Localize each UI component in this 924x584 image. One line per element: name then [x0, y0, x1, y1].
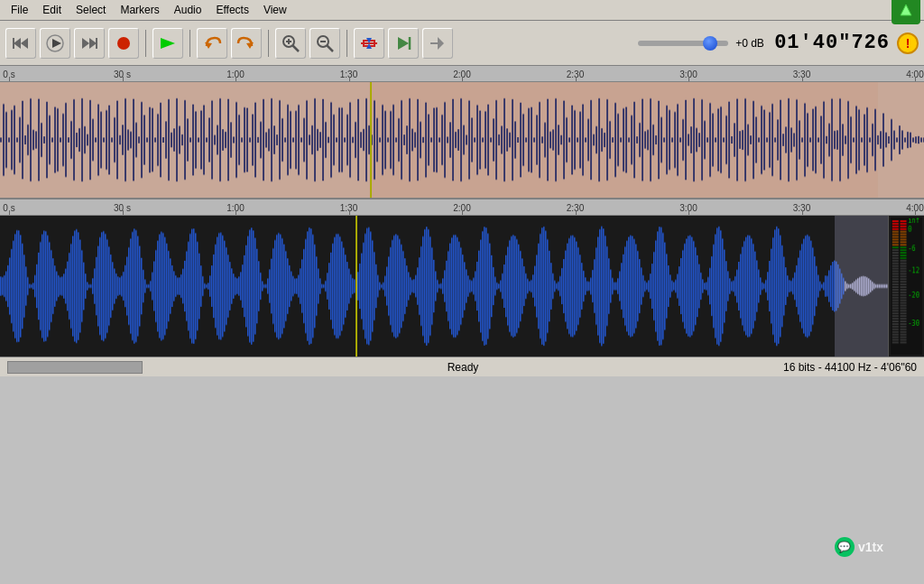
menu-select[interactable]: Select — [69, 2, 113, 18]
upper-waveform[interactable] — [0, 82, 924, 199]
upper-wave-display — [0, 82, 924, 198]
menu-view[interactable]: View — [256, 2, 294, 18]
wechat-icon: 💬 — [835, 537, 855, 557]
svg-point-9 — [117, 37, 130, 50]
progress-bar — [7, 361, 143, 374]
time-area: +0 dB 01'40"726 ! — [638, 32, 919, 54]
volume-knob[interactable] — [703, 36, 717, 51]
zoom-out-button[interactable] — [310, 28, 340, 59]
status-info: 16 bits - 44100 Hz - 4'06"60 — [783, 361, 917, 374]
logo-button[interactable] — [892, 0, 920, 24]
menu-bar: File Edit Select Markers Audio Effects V… — [0, 0, 924, 21]
alert-button[interactable]: ! — [897, 32, 919, 54]
rewind-button[interactable] — [5, 28, 36, 59]
svg-marker-7 — [89, 38, 97, 49]
volume-slider[interactable] — [638, 41, 728, 46]
volume-track[interactable] — [638, 41, 728, 46]
menu-edit[interactable]: Edit — [35, 2, 69, 18]
record-button[interactable] — [108, 28, 139, 59]
lower-wave-display — [0, 216, 888, 357]
svg-marker-6 — [82, 38, 89, 49]
trim-button[interactable] — [354, 28, 384, 59]
watermark: 💬 v1tx — [835, 537, 883, 557]
db-label: +0 dB — [735, 37, 767, 50]
go-forward-button[interactable] — [152, 28, 183, 59]
upper-ruler: 0 s30 s1:001:302:002:303:003:304:00 — [0, 66, 924, 82]
svg-rect-8 — [96, 38, 97, 49]
svg-line-14 — [293, 45, 300, 51]
svg-line-18 — [328, 45, 334, 51]
toolbar: +0 dB 01'40"726 ! — [0, 21, 924, 66]
menu-audio[interactable]: Audio — [167, 2, 209, 18]
menu-markers[interactable]: Markers — [113, 2, 166, 18]
lower-section — [0, 216, 924, 357]
svg-rect-3 — [13, 38, 14, 49]
svg-marker-2 — [21, 38, 28, 49]
snap-button[interactable] — [388, 28, 419, 59]
time-display: 01'40"726 — [774, 32, 890, 54]
fast-forward-button[interactable] — [74, 28, 105, 59]
watermark-text: v1tx — [858, 540, 883, 554]
toolbar-separator-2 — [189, 30, 190, 57]
menu-effects[interactable]: Effects — [208, 2, 255, 18]
toolbar-separator-3 — [268, 30, 269, 57]
toolbar-separator-4 — [346, 30, 347, 57]
status-bar: Ready 16 bits - 44100 Hz - 4'06"60 — [0, 357, 924, 376]
svg-marker-24 — [398, 37, 409, 50]
status-ready: Ready — [150, 361, 776, 374]
svg-marker-10 — [161, 38, 175, 49]
redo-button[interactable] — [231, 28, 262, 59]
lower-ruler: 0 s30 s1:001:302:002:303:003:304:00 — [0, 199, 924, 216]
svg-marker-5 — [52, 39, 61, 48]
svg-marker-0 — [901, 5, 911, 15]
vu-meter — [888, 216, 924, 357]
zoom-in-button[interactable] — [275, 28, 306, 59]
vu-meter-display — [891, 218, 922, 355]
menu-file[interactable]: File — [4, 2, 35, 18]
play-button[interactable] — [40, 28, 70, 59]
lower-waveform[interactable] — [0, 216, 888, 357]
svg-marker-1 — [14, 38, 21, 49]
loop-button[interactable] — [422, 28, 453, 59]
undo-button[interactable] — [197, 28, 227, 59]
toolbar-separator-1 — [145, 30, 146, 57]
